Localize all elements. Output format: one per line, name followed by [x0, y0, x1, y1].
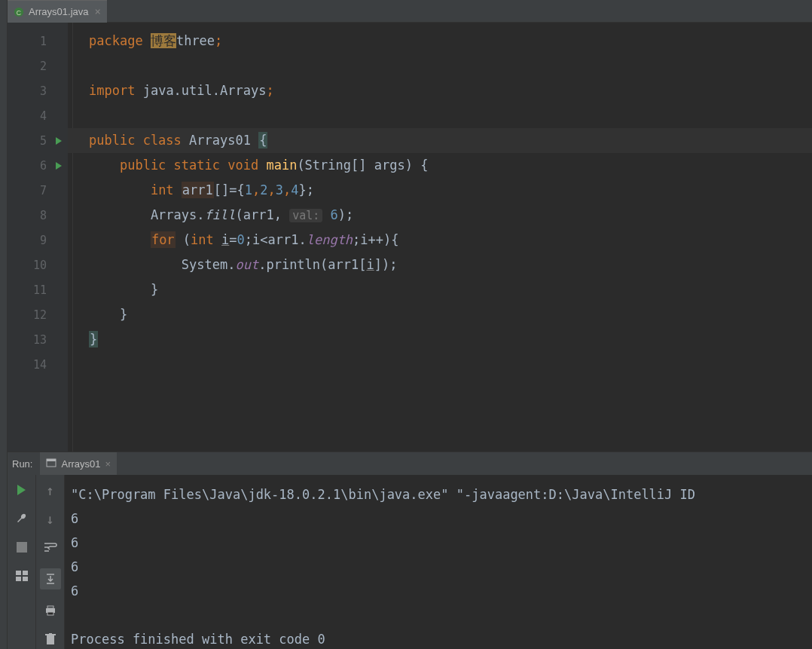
svg-rect-7 — [16, 577, 21, 581]
code-line[interactable]: import java.util.Arrays; — [68, 78, 812, 103]
trash-icon[interactable] — [43, 632, 58, 647]
line-number: 13 — [33, 333, 47, 347]
tab-label: Arrays01.java — [29, 6, 88, 17]
layout-icon[interactable] — [14, 568, 29, 583]
code-line[interactable]: int arr1[]={1,2,3,4}; — [68, 178, 812, 203]
console-line: 6 — [71, 583, 78, 598]
code-line[interactable]: Arrays.fill(arr1, val: 6); — [68, 203, 812, 228]
line-number: 7 — [40, 184, 47, 197]
run-gutter-icon[interactable] — [56, 162, 62, 170]
class-file-icon: C — [14, 6, 24, 17]
console-line: "C:\Program Files\Java\jdk-18.0.2.1\bin\… — [71, 487, 695, 502]
svg-text:C: C — [17, 9, 21, 17]
wrench-icon[interactable] — [14, 511, 29, 526]
run-panel: Run: Arrays01 × ↑ ↓ "C:\Program Files\Ja… — [8, 452, 812, 649]
close-icon[interactable]: × — [105, 458, 111, 470]
editor-tab-bar: C Arrays01.java × — [0, 0, 812, 23]
scroll-up-icon[interactable]: ↑ — [43, 482, 58, 497]
console-line: 6 — [71, 535, 78, 550]
svg-rect-4 — [17, 542, 27, 553]
code-line[interactable] — [68, 54, 812, 78]
line-number: 11 — [33, 283, 47, 297]
code-line[interactable]: } — [68, 277, 812, 302]
line-number: 9 — [40, 234, 47, 247]
close-icon[interactable]: × — [94, 5, 100, 17]
code-line[interactable]: public static void main(String[] args) { — [68, 153, 812, 178]
line-number: 5 — [40, 134, 47, 148]
line-number: 12 — [33, 308, 47, 322]
console-line: 6 — [71, 511, 78, 526]
code-line[interactable] — [68, 103, 812, 128]
code-line[interactable]: public class Arrays01 { — [68, 128, 812, 153]
svg-rect-5 — [16, 571, 21, 575]
svg-rect-12 — [47, 635, 54, 644]
code-editor[interactable]: 1 2 3 4 5 6 7 8 9 10 11 12 13 14 package… — [8, 23, 812, 452]
svg-rect-14 — [49, 633, 52, 634]
line-number: 14 — [33, 358, 47, 372]
console-line: 6 — [71, 559, 78, 574]
run-panel-header: Run: Arrays01 × — [8, 452, 812, 475]
line-number: 8 — [40, 209, 47, 222]
tool-window-rail[interactable] — [0, 0, 8, 649]
run-panel-title: Run: — [12, 458, 32, 470]
stop-button[interactable] — [14, 540, 29, 555]
parameter-hint: val: — [289, 209, 322, 222]
svg-rect-13 — [45, 634, 56, 635]
run-toolbar-primary — [8, 475, 36, 649]
svg-rect-6 — [23, 571, 28, 575]
code-line[interactable]: for (int i=0;i<arr1.length;i++){ — [68, 228, 812, 253]
code-line[interactable]: } — [68, 327, 812, 352]
svg-rect-11 — [47, 612, 53, 615]
line-number: 3 — [40, 84, 47, 98]
scroll-to-end-icon[interactable] — [40, 568, 61, 589]
run-gutter-icon[interactable] — [56, 137, 62, 145]
code-area[interactable]: package 博客three; import java.util.Arrays… — [68, 23, 812, 452]
code-line[interactable]: } — [68, 302, 812, 327]
editor-tab[interactable]: C Arrays01.java × — [8, 0, 107, 23]
line-number: 10 — [33, 259, 47, 272]
line-number: 4 — [40, 109, 47, 123]
code-line[interactable]: package 博客three; — [68, 29, 812, 54]
code-line[interactable] — [68, 352, 812, 377]
soft-wrap-icon[interactable] — [43, 540, 58, 555]
line-gutter[interactable]: 1 2 3 4 5 6 7 8 9 10 11 12 13 14 — [8, 23, 68, 452]
line-number: 1 — [40, 35, 47, 48]
console-line: Process finished with exit code 0 — [71, 632, 325, 647]
print-icon[interactable] — [43, 603, 58, 618]
code-line[interactable]: System.out.println(arr1[i]); — [68, 253, 812, 277]
run-config-label: Arrays01 — [61, 458, 100, 470]
line-number: 6 — [40, 159, 47, 173]
run-config-icon — [46, 458, 56, 470]
console-output[interactable]: "C:\Program Files\Java\jdk-18.0.2.1\bin\… — [65, 475, 812, 649]
scroll-down-icon[interactable]: ↓ — [43, 511, 58, 526]
svg-rect-3 — [47, 459, 56, 461]
svg-rect-10 — [47, 606, 53, 608]
rerun-button[interactable] — [14, 482, 29, 497]
run-config-tab[interactable]: Arrays01 × — [40, 452, 117, 475]
svg-rect-8 — [23, 577, 28, 581]
line-number: 2 — [40, 60, 47, 73]
run-toolbar-secondary: ↑ ↓ — [36, 475, 65, 649]
